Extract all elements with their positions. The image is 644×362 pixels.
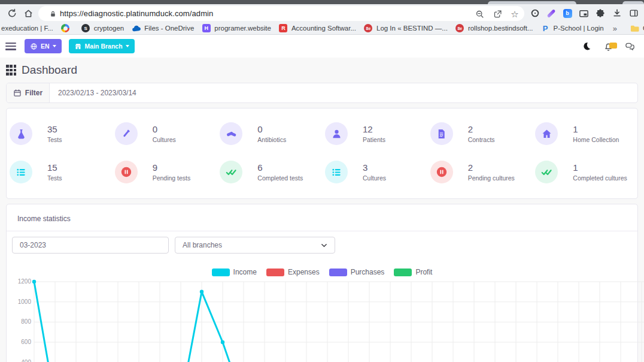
menu-hamburger-icon[interactable] xyxy=(5,43,16,50)
extensions-puzzle-icon[interactable] xyxy=(594,7,607,20)
bookmark-item[interactable]: exeducation | F... xyxy=(1,25,53,32)
address-bar[interactable]: https://ediagnostic.platinumduck.com/adm… xyxy=(38,6,524,21)
list-icon xyxy=(10,161,32,183)
url-text[interactable]: https://ediagnostic.platinumduck.com/adm… xyxy=(60,9,213,18)
language-button[interactable]: EN xyxy=(25,39,62,53)
date-range-input[interactable] xyxy=(50,83,637,102)
home-collection-icon xyxy=(535,122,558,145)
stat-tests-total: 15 Tests xyxy=(7,161,112,183)
stat-label: Tests xyxy=(47,174,62,182)
chat-icon[interactable] xyxy=(624,40,636,52)
bookmark-item[interactable]: H programer.website xyxy=(202,24,271,33)
income-header: Income statistics xyxy=(7,204,637,231)
stat-home-collection: 1 Home Collection xyxy=(532,122,637,145)
dashboard-content: Dashboard Filter 35 Tests xyxy=(0,58,644,362)
stat-value: 12 xyxy=(363,124,385,135)
stat-completed-cultures: 1 Completed cultures xyxy=(532,161,637,183)
bookmark-label: programer.website xyxy=(214,25,271,32)
stat-contracts: 2 Contracts xyxy=(427,122,533,145)
bookmark-label: cryptogen xyxy=(94,25,124,32)
stat-value: 2 xyxy=(468,124,495,135)
legend-label: Expenses xyxy=(288,268,320,276)
stat-cultures-total: 3 Cultures xyxy=(322,161,427,183)
globe-icon xyxy=(30,43,38,50)
pause-icon xyxy=(115,161,138,183)
refresh-icon[interactable] xyxy=(5,7,18,20)
language-label: EN xyxy=(41,43,50,50)
notification-badge xyxy=(609,43,617,49)
extension-ring-icon[interactable] xyxy=(528,7,542,20)
bookmark-label: Accounting Softwar... xyxy=(291,25,356,32)
browser-tab-strip xyxy=(0,0,644,4)
downloads-icon[interactable] xyxy=(610,7,624,20)
stat-label: Pending cultures xyxy=(468,174,515,182)
google-icon xyxy=(61,24,70,33)
page-title: Dashboard xyxy=(22,64,77,77)
stat-value: 6 xyxy=(257,162,303,173)
folder-icon xyxy=(630,24,639,33)
bookmark-item[interactable]: 8e rollshop.bestindsoft... xyxy=(455,24,533,33)
stat-tests: 35 Tests xyxy=(7,122,112,145)
branch-select[interactable]: All branches xyxy=(175,237,335,254)
zoom-icon[interactable] xyxy=(473,8,485,20)
list-icon xyxy=(325,161,348,183)
blue-p-icon: P xyxy=(541,24,550,33)
branch-label: Main Branch xyxy=(85,43,123,50)
bookmarks-bar: exeducation | F... S cryptogen Files - O… xyxy=(0,22,644,35)
pip-extension-icon[interactable] xyxy=(577,7,590,20)
stat-label: Cultures xyxy=(153,136,176,143)
blue-extension-icon[interactable]: b xyxy=(561,7,574,20)
stat-value: 1 xyxy=(573,124,619,135)
bookmark-item[interactable] xyxy=(61,24,74,33)
legend-swatch xyxy=(266,269,284,276)
page-heading: Dashboard xyxy=(6,58,638,83)
legend-item-income[interactable]: Income xyxy=(212,268,257,276)
filter-bar: Filter xyxy=(6,83,638,103)
filter-label: Filter xyxy=(25,89,42,97)
moon-icon[interactable] xyxy=(581,40,593,52)
share-icon[interactable] xyxy=(491,8,503,20)
stat-value: 15 xyxy=(47,162,62,173)
legend-item-purchases[interactable]: Purchases xyxy=(329,268,385,276)
income-statistics-card: Income statistics All branches Income Ex… xyxy=(6,204,638,362)
legend-item-expenses[interactable]: Expenses xyxy=(266,268,320,276)
pause-icon xyxy=(430,161,453,183)
branch-button[interactable]: Main Branch xyxy=(69,39,135,53)
bell-icon[interactable] xyxy=(602,40,614,52)
stat-label: Patients xyxy=(363,136,385,143)
stat-value: 3 xyxy=(363,162,386,173)
legend-swatch xyxy=(329,269,347,276)
red-r-icon: R xyxy=(279,24,288,33)
stat-label: Pending tests xyxy=(153,174,191,182)
contract-icon xyxy=(430,122,453,145)
month-input[interactable] xyxy=(12,237,169,254)
purple-monogram-icon: H xyxy=(202,24,211,33)
bookmark-star-icon[interactable]: ☆ xyxy=(509,8,521,20)
dark-globe-icon: S xyxy=(81,24,90,33)
patient-icon xyxy=(325,122,348,145)
home-icon[interactable] xyxy=(22,7,35,20)
filter-button[interactable]: Filter xyxy=(7,83,50,102)
legend-item-profit[interactable]: Profit xyxy=(394,268,432,276)
stat-label: Contracts xyxy=(468,136,495,143)
red-8e-icon: 8e xyxy=(364,24,373,33)
stats-row-2: 15 Tests 9 Pending tests 6 Comple xyxy=(7,161,637,183)
pen-extension-icon[interactable] xyxy=(545,7,558,20)
bookmark-item[interactable]: P P-School | Login xyxy=(541,24,604,33)
stat-cultures: 0 Cultures xyxy=(112,122,217,145)
other-bookmarks[interactable]: Othe xyxy=(630,24,644,33)
stat-completed-tests: 6 Completed tests xyxy=(217,161,322,183)
vial-icon xyxy=(115,122,138,145)
bookmark-item[interactable]: S cryptogen xyxy=(81,24,124,33)
bookmark-item[interactable]: 8e Log In « BESTIND —... xyxy=(364,24,448,33)
chart-legend: Income Expenses Purchases Profit xyxy=(7,268,637,276)
bookmark-item[interactable]: Files - OneDrive xyxy=(132,24,194,33)
bookmark-label: P-School | Login xyxy=(554,25,604,32)
bookmarks-overflow-chevron[interactable]: » xyxy=(613,24,617,33)
red-8e-icon: 8e xyxy=(455,24,464,33)
onedrive-cloud-icon xyxy=(132,24,141,33)
bookmark-item[interactable]: R Accounting Softwar... xyxy=(279,24,356,33)
legend-label: Income xyxy=(233,268,257,276)
side-panel-icon[interactable] xyxy=(627,7,640,20)
chevron-down-icon xyxy=(321,242,327,249)
